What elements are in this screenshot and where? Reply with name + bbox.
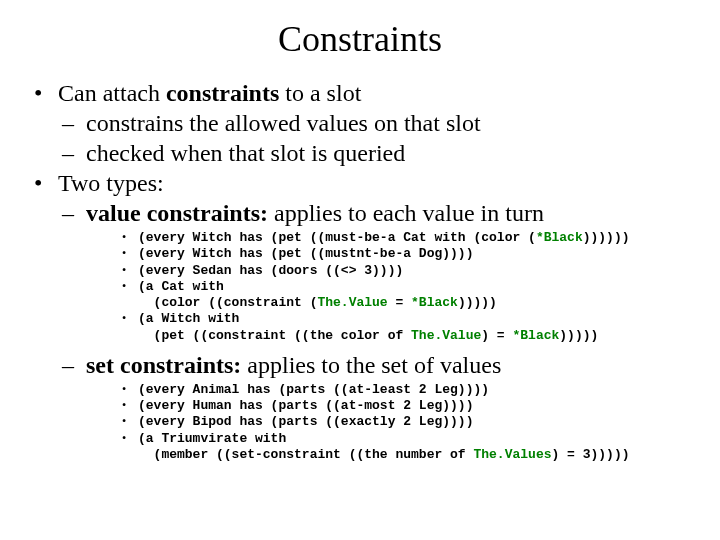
- value-constraints-code: (every Witch has (pet ((must-be-a Cat wi…: [86, 230, 690, 344]
- vc-line-1: (every Witch has (pet ((must-be-a Cat wi…: [122, 230, 690, 246]
- vc-line-4: (a Cat with (color ((constraint (The.Val…: [122, 279, 690, 312]
- bullet-1: Can attach constraints to a slot constra…: [30, 78, 690, 168]
- kw-black: *Black: [411, 295, 458, 310]
- sc-line-4: (a Triumvirate with (member ((set-constr…: [122, 431, 690, 464]
- bullet-1-sub-1: constrains the allowed values on that sl…: [58, 108, 690, 138]
- sc-line-2: (every Human has (parts ((at-most 2 Leg)…: [122, 398, 690, 414]
- bullet-2-text: Two types:: [58, 170, 164, 196]
- value-constraints-post: applies to each value in turn: [268, 200, 544, 226]
- bullet-1-bold: constraints: [166, 80, 279, 106]
- bullet-1-pre: Can attach: [58, 80, 166, 106]
- vc-line-5: (a Witch with (pet ((constraint ((the co…: [122, 311, 690, 344]
- bullet-2: Two types: value constraints: applies to…: [30, 168, 690, 463]
- bullet-2-sublist: value constraints: applies to each value…: [58, 198, 690, 463]
- vc-line-3: (every Sedan has (doors ((<> 3)))): [122, 263, 690, 279]
- set-constraints-code: (every Animal has (parts ((at-least 2 Le…: [86, 382, 690, 463]
- sc-line-1: (every Animal has (parts ((at-least 2 Le…: [122, 382, 690, 398]
- kw-thevalue: The.Value: [411, 328, 481, 343]
- kw-thevalues: The.Values: [473, 447, 551, 462]
- sc-line-3: (every Bipod has (parts ((exactly 2 Leg)…: [122, 414, 690, 430]
- kw-black: *Black: [512, 328, 559, 343]
- set-constraints-item: set constraints: applies to the set of v…: [58, 350, 690, 463]
- bullet-list: Can attach constraints to a slot constra…: [30, 78, 690, 463]
- slide-title: Constraints: [30, 18, 690, 60]
- bullet-1-sublist: constrains the allowed values on that sl…: [58, 108, 690, 168]
- vc-line-2: (every Witch has (pet ((mustnt-be-a Dog)…: [122, 246, 690, 262]
- set-constraints-post: applies to the set of values: [241, 352, 501, 378]
- value-constraints-label: value constraints:: [86, 200, 268, 226]
- slide: Constraints Can attach constraints to a …: [0, 0, 720, 540]
- value-constraints-item: value constraints: applies to each value…: [58, 198, 690, 344]
- bullet-1-post: to a slot: [279, 80, 361, 106]
- kw-black: *Black: [536, 230, 583, 245]
- bullet-1-sub-2: checked when that slot is queried: [58, 138, 690, 168]
- kw-thevalue: The.Value: [317, 295, 387, 310]
- set-constraints-label: set constraints:: [86, 352, 241, 378]
